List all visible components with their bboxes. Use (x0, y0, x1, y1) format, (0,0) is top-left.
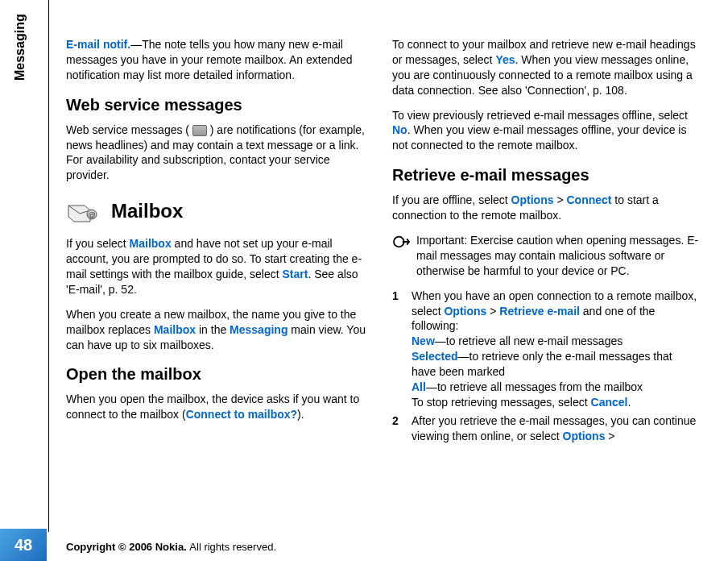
vertical-rule (48, 0, 49, 532)
column-left: E-mail notif.—The note tells you how man… (66, 37, 373, 530)
footer-rights: All rights reserved. (189, 541, 276, 553)
important-note: Important: Exercise caution when opening… (392, 233, 699, 279)
heading-web-service-messages: Web service messages (66, 94, 373, 116)
step-1: 1 When you have an open connection to a … (392, 289, 699, 410)
svg-text:@: @ (88, 211, 95, 219)
open-mailbox-para: When you open the mailbox, the device as… (66, 392, 373, 422)
web-service-icon (192, 125, 207, 136)
mailbox-para-1: If you select Mailbox and have not set u… (66, 236, 373, 297)
section-label: Messaging (13, 14, 27, 81)
svg-point-3 (394, 237, 404, 247)
mailbox-header: @ Mailbox (66, 197, 373, 225)
retrieve-email-link: Retrieve e-mail (499, 305, 580, 318)
email-notif-para: E-mail notif.—The note tells you how man… (66, 37, 373, 83)
step-2-number: 2 (392, 413, 403, 444)
connect-link: Connect (566, 193, 611, 206)
mailbox-link-2: Mailbox (154, 323, 196, 336)
cancel-link: Cancel (591, 396, 628, 409)
step-2: 2 After you retrieve the e-mail messages… (392, 413, 699, 444)
heading-retrieve-email: Retrieve e-mail messages (392, 164, 699, 186)
options-link-2: Options (444, 305, 486, 318)
start-link: Start (282, 268, 308, 280)
email-notif-label: E-mail notif. (66, 38, 130, 51)
options-link-3: Options (563, 430, 606, 442)
web-text-1: Web service messages ( (66, 123, 192, 136)
mailbox-link: Mailbox (130, 237, 172, 250)
mailbox-icon: @ (66, 197, 100, 225)
page-number: 48 (0, 529, 47, 561)
no-link: No (392, 123, 407, 136)
retrieve-para-1: If you are offline, select Options > Con… (392, 193, 699, 223)
connect-no-para: To view previously retrieved e-mail mess… (392, 108, 699, 154)
heading-mailbox: Mailbox (111, 198, 183, 224)
messaging-link: Messaging (230, 323, 287, 336)
all-option: All (412, 380, 426, 393)
mailbox-para-2: When you create a new mailbox, the name … (66, 307, 373, 353)
column-right: To connect to your mailbox and retrieve … (392, 37, 699, 530)
steps-list: 1 When you have an open connection to a … (392, 289, 699, 444)
step-1-number: 1 (392, 289, 403, 410)
options-link: Options (511, 193, 554, 206)
footer: Copyright © 2006 Nokia. All rights reser… (66, 541, 276, 553)
connect-yes-para: To connect to your mailbox and retrieve … (392, 37, 699, 98)
side-bar: Messaging 48 (0, 0, 47, 569)
yes-link: Yes (495, 53, 515, 66)
important-icon (392, 235, 410, 249)
content-area: E-mail notif.—The note tells you how man… (66, 37, 699, 530)
important-prefix: Important: (416, 234, 470, 247)
selected-option: Selected (412, 350, 458, 363)
new-option: New (412, 334, 435, 347)
heading-open-mailbox: Open the mailbox (66, 363, 373, 385)
web-service-para: Web service messages ( ) are notificatio… (66, 123, 373, 184)
connect-to-mailbox-link: Connect to mailbox? (186, 408, 297, 421)
footer-copyright: Copyright © 2006 Nokia. (66, 541, 189, 553)
